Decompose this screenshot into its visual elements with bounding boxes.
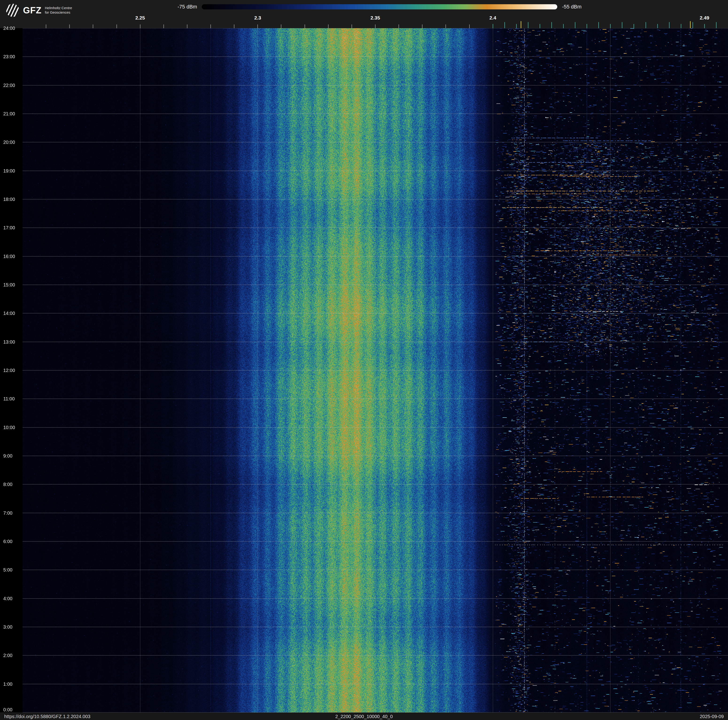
x-axis-tick [116,25,117,28]
x-tick-label: 2.3 [254,15,261,21]
date-text: 2025-09-09 [700,714,724,719]
x-axis-tick [528,22,528,28]
time-label: 5:00 [3,567,12,573]
x-axis-tick [187,25,187,28]
x-axis-tick [469,25,470,28]
x-axis-tick [716,22,716,28]
time-label: 4:00 [3,596,12,601]
gridline-vertical [140,28,141,712]
x-axis-tick [93,25,93,28]
x-axis-tick [563,24,564,28]
time-label: 8:00 [3,482,12,487]
time-label: 13:00 [3,339,15,345]
x-axis-tick [140,25,141,28]
time-label: 2:00 [3,653,12,658]
x-axis-tick [164,25,164,28]
x-axis-tick [399,25,399,28]
x-tick-label: 2.25 [135,15,145,21]
x-axis-tick [445,25,446,28]
time-label: 14:00 [3,311,15,316]
dataset-name: 2_2200_2500_10000_40_0 [335,714,393,719]
x-axis-tick [575,22,575,28]
gridline-vertical [493,28,493,712]
x-axis-tick [622,22,622,28]
x-axis-tick [375,25,376,28]
x-tick-label: 2.4 [489,15,496,21]
time-label: 6:00 [3,539,12,544]
time-label: 24:00 [3,26,15,31]
time-axis: 24:0023:0022:0021:0020:0019:0018:0017:00… [0,28,23,712]
x-axis-tick [587,24,587,28]
x-axis-tick [693,22,693,28]
x-tick-label: 2.49 [700,15,709,21]
gfz-logo-icon [6,4,19,17]
time-label: 9:00 [3,453,12,459]
x-axis-tick [521,21,522,28]
x-axis-tick [516,24,517,28]
x-axis-tick [657,24,658,28]
x-axis-tick [69,25,70,28]
footer-bar: https://doi.org/10.5880/GFZ.1.2.2024.003… [0,712,728,720]
time-label: 1:00 [3,681,12,686]
x-axis-tick [645,22,646,28]
time-label: 10:00 [3,424,15,430]
x-axis-tick [493,24,493,28]
x-axis-tick [551,22,552,28]
x-axis-tick [610,24,610,28]
gridline-vertical [257,28,258,712]
x-axis-tick [257,25,258,28]
time-label: 0:00 [3,707,12,712]
plot-area [23,28,728,712]
time-label: 7:00 [3,510,12,516]
time-label: 20:00 [3,139,15,145]
x-axis-tick [352,25,352,28]
time-label: 16:00 [3,254,15,259]
x-axis-tick [210,25,211,28]
time-label: 18:00 [3,197,15,202]
x-axis-tick [46,25,46,28]
x-axis-tick [690,21,691,28]
x-axis-tick [328,25,329,28]
x-axis-tick [704,24,705,28]
x-axis-tick [681,24,681,28]
time-label: 15:00 [3,282,15,288]
frequency-axis: 2.252.32.352.42.49 [23,0,728,28]
gridline-vertical [610,28,610,712]
x-tick-label: 2.35 [370,15,380,21]
time-label: 22:00 [3,83,15,88]
x-axis-tick [281,25,281,28]
x-axis-tick [234,25,234,28]
time-label: 23:00 [3,54,15,60]
x-axis-tick [422,25,422,28]
time-label: 3:00 [3,624,12,630]
doi-text: https://doi.org/10.5880/GFZ.1.2.2024.003 [4,714,90,719]
x-axis-tick [540,24,540,28]
x-axis-tick [633,24,634,28]
time-label: 11:00 [3,396,15,401]
time-label: 17:00 [3,225,15,231]
x-axis-tick [669,22,670,28]
time-label: 21:00 [3,111,15,116]
gridline-vertical [375,28,376,712]
x-axis-tick [304,25,305,28]
x-axis-tick [598,22,599,28]
time-label: 12:00 [3,368,15,373]
x-axis-tick [505,22,505,28]
time-label: 19:00 [3,168,15,173]
